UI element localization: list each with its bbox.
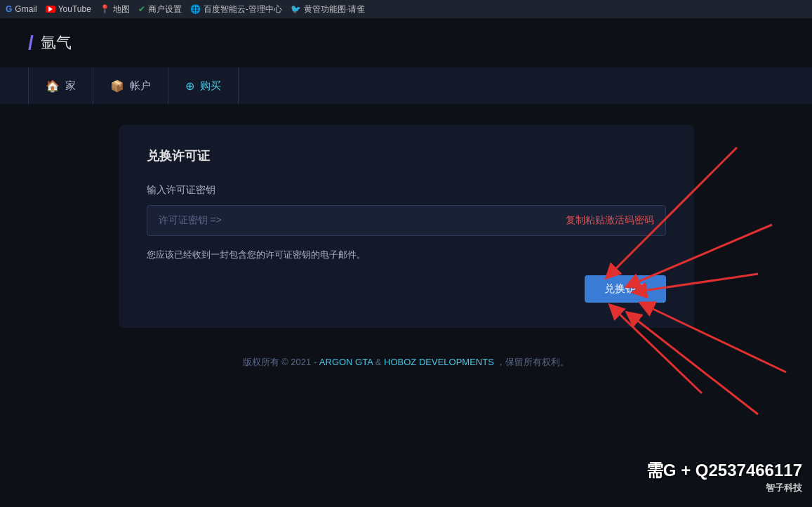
browser-item-map[interactable]: 📍 地图	[100, 4, 130, 15]
redeem-btn-row: 兑换钥匙	[147, 275, 666, 303]
browser-item-app[interactable]: 🐦 黄管功能图·请雀	[291, 4, 365, 15]
nav-item-buy-label: 购买	[200, 79, 221, 93]
check-icon: ✔	[138, 4, 145, 14]
app-logo: / 氩气	[28, 32, 72, 53]
email-hint: 您应该已经收到一封包含您的许可证密钥的电子邮件。	[147, 249, 666, 261]
nav-item-account[interactable]: 📦 帐户	[93, 67, 168, 104]
watermark: 需G + Q2537466117 智子科技	[646, 459, 802, 494]
footer-hoboz-link[interactable]: HOBOZ DEVELOPMENTS	[384, 357, 494, 367]
footer-ampersand: &	[375, 357, 384, 367]
browser-item-gmail[interactable]: G Gmail	[6, 4, 37, 14]
logo-slash: /	[28, 33, 34, 53]
browser-item-baidu[interactable]: 🌐 百度智能云-管理中心	[190, 4, 282, 15]
browser-item-youtube[interactable]: YouTube	[46, 4, 91, 14]
browser-item-merchant[interactable]: ✔ 商户设置	[138, 4, 182, 15]
map-icon: 📍	[100, 4, 110, 14]
watermark-line2: 智子科技	[646, 482, 802, 494]
browser-item-app-label: 黄管功能图·请雀	[304, 4, 365, 15]
browser-item-baidu-label: 百度智能云-管理中心	[204, 4, 282, 15]
nav-item-home[interactable]: 🏠 家	[28, 67, 93, 104]
nav-item-buy[interactable]: ⊕ 购买	[168, 67, 239, 104]
baidu-icon: 🌐	[190, 4, 201, 14]
card-title: 兑换许可证	[147, 147, 666, 164]
browser-item-gmail-label: Gmail	[15, 4, 36, 14]
input-section-label: 输入许可证密钥	[147, 184, 666, 197]
app-container: / 氩气 🏠 家 📦 帐户 ⊕ 购买 兑换许可证 输入许可证密钥 许可证密钥 =…	[0, 18, 812, 507]
watermark-line1: 需G + Q2537466117	[646, 459, 802, 482]
browser-item-map-label: 地图	[113, 4, 130, 15]
browser-bar: G Gmail YouTube 📍 地图 ✔ 商户设置 🌐 百度智能云-管理中心…	[0, 0, 812, 18]
account-icon: 📦	[110, 79, 124, 93]
youtube-icon	[46, 6, 55, 13]
app-header: / 氩气	[0, 18, 812, 67]
license-input-placeholder: 许可证密钥 =>	[159, 214, 566, 227]
redeem-card: 兑换许可证 输入许可证密钥 许可证密钥 => 复制粘贴激活码密码 您应该已经收到…	[119, 125, 694, 328]
footer: 版权所有 © 2021 - ARGON GTA & HOBOZ DEVELOPM…	[243, 356, 570, 369]
logo-text: 氩气	[41, 32, 72, 53]
paste-hint: 复制粘贴激活码密码	[566, 214, 654, 227]
browser-item-youtube-label: YouTube	[58, 4, 91, 14]
app-icon: 🐦	[291, 4, 301, 14]
footer-argon-link[interactable]: ARGON GTA	[319, 357, 373, 367]
plus-icon: ⊕	[185, 79, 194, 93]
redeem-button[interactable]: 兑换钥匙	[585, 275, 666, 303]
nav-item-account-label: 帐户	[130, 79, 151, 93]
license-input-row[interactable]: 许可证密钥 => 复制粘贴激活码密码	[147, 205, 666, 236]
browser-item-merchant-label: 商户设置	[148, 4, 182, 15]
nav-bar: 🏠 家 📦 帐户 ⊕ 购买	[0, 67, 812, 104]
nav-item-home-label: 家	[65, 79, 76, 93]
home-icon: 🏠	[46, 79, 60, 93]
footer-suffix: ，保留所有权利。	[496, 357, 569, 367]
footer-prefix: 版权所有 © 2021 -	[243, 357, 319, 367]
main-content: 兑换许可证 输入许可证密钥 许可证密钥 => 复制粘贴激活码密码 您应该已经收到…	[0, 104, 812, 507]
